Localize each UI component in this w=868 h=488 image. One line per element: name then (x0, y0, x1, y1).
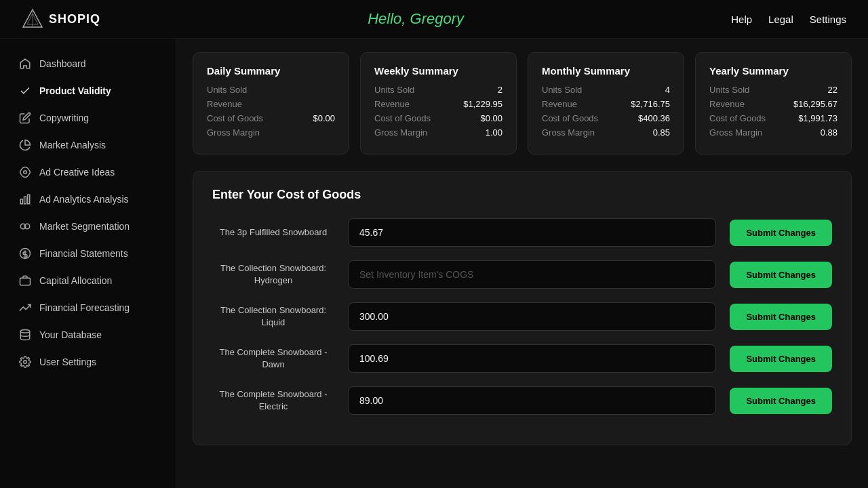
submit-btn-2[interactable]: Submit Changes (730, 304, 832, 330)
sidebar-item-market-segmentation[interactable]: Market Segmentation (5, 214, 170, 239)
card-daily: Daily Summary Units Sold Revenue Cost of… (193, 52, 349, 155)
chart-pie-icon (19, 139, 31, 151)
sidebar-label-market-segmentation: Market Segmentation (39, 221, 130, 232)
card-monthly-value-2: $400.36 (638, 113, 670, 123)
card-weekly-label-2: Cost of Goods (374, 113, 431, 123)
card-daily-row-0: Units Sold (207, 85, 335, 95)
cog-input-0[interactable] (348, 218, 716, 247)
card-yearly-label-3: Gross Margin (709, 127, 762, 138)
card-yearly-value-3: 0.88 (821, 127, 837, 138)
help-link[interactable]: Help (731, 14, 752, 25)
cog-panel-title: Enter Your Cost of Goods (212, 188, 832, 202)
card-daily-row-1: Revenue (207, 99, 335, 109)
card-yearly-row-2: Cost of Goods $1,991.73 (709, 113, 837, 123)
card-yearly-value-1: $16,295.67 (793, 99, 837, 109)
card-monthly-row-3: Gross Margin 0.85 (542, 127, 670, 138)
logo-icon (22, 8, 43, 30)
greeting: Hello, Gregory (368, 10, 464, 28)
rocket-icon (19, 166, 31, 178)
bar-chart-icon (19, 193, 31, 205)
sidebar-label-user-settings: User Settings (39, 357, 96, 367)
sidebar-item-ad-analytics[interactable]: Ad Analytics Analysis (5, 186, 170, 212)
card-yearly-label-0: Units Sold (709, 85, 749, 95)
card-daily-row-3: Gross Margin (207, 127, 335, 138)
briefcase-icon (19, 274, 31, 287)
sidebar-item-product-validity[interactable]: Product Validity (5, 78, 170, 104)
svg-point-3 (24, 171, 27, 174)
check-icon (19, 85, 31, 97)
sidebar-item-dashboard[interactable]: Dashboard (5, 51, 170, 77)
cog-row: The Collection Snowboard: LiquidSubmit C… (212, 302, 832, 331)
card-daily-title: Daily Summary (207, 65, 335, 77)
cog-input-4[interactable] (348, 386, 716, 415)
card-monthly-row-0: Units Sold 4 (542, 85, 670, 95)
cog-row: The Complete Snowboard - DawnSubmit Chan… (212, 344, 832, 373)
sidebar-label-ad-analytics: Ad Analytics Analysis (39, 194, 129, 205)
card-weekly-value-1: $1,229.95 (463, 99, 502, 109)
sidebar-item-ad-creative-ideas[interactable]: Ad Creative Ideas (5, 159, 170, 185)
main-content: Daily Summary Units Sold Revenue Cost of… (176, 39, 868, 488)
card-monthly-label-0: Units Sold (542, 85, 582, 95)
submit-btn-3[interactable]: Submit Changes (730, 346, 832, 372)
submit-btn-1[interactable]: Submit Changes (730, 262, 832, 288)
card-weekly-label-3: Gross Margin (374, 127, 427, 138)
card-monthly-value-1: $2,716.75 (631, 99, 670, 109)
cog-product-name-0: The 3p Fulfilled Snowboard (212, 226, 334, 239)
sidebar-item-financial-forecasting[interactable]: Financial Forecasting (5, 295, 170, 321)
card-monthly-value-3: 0.85 (653, 127, 670, 138)
cog-rows-container: The 3p Fulfilled SnowboardSubmit Changes… (212, 218, 832, 415)
summary-cards: Daily Summary Units Sold Revenue Cost of… (193, 52, 852, 155)
card-weekly-label-0: Units Sold (374, 85, 414, 95)
sidebar-label-market-analysis: Market Analysis (39, 140, 106, 150)
card-yearly-value-2: $1,991.73 (798, 113, 837, 123)
card-weekly-row-0: Units Sold 2 (374, 85, 502, 95)
cog-product-name-3: The Complete Snowboard - Dawn (212, 346, 334, 371)
legal-link[interactable]: Legal (768, 14, 793, 25)
trending-icon (19, 302, 31, 314)
logo: SHOPIQ (22, 8, 100, 30)
card-daily-row-2: Cost of Goods $0.00 (207, 113, 335, 123)
circles-icon (19, 220, 31, 232)
card-yearly-row-3: Gross Margin 0.88 (709, 127, 837, 138)
gear-icon (19, 356, 31, 368)
sidebar-label-copywriting: Copywriting (39, 113, 89, 123)
sidebar-label-your-database: Your Database (39, 329, 102, 340)
app-name: SHOPIQ (49, 12, 100, 26)
card-monthly-value-0: 4 (665, 85, 670, 95)
card-yearly: Yearly Summary Units Sold 22 Revenue $16… (695, 52, 852, 155)
sidebar: Dashboard Product Validity Copywriting M… (0, 39, 176, 488)
svg-rect-11 (20, 278, 31, 285)
card-weekly: Weekly Summary Units Sold 2 Revenue $1,2… (360, 52, 517, 155)
cog-row: The Complete Snowboard - ElectricSubmit … (212, 386, 832, 415)
settings-link[interactable]: Settings (810, 14, 846, 25)
card-daily-label-1: Revenue (207, 99, 242, 109)
card-yearly-label-2: Cost of Goods (709, 113, 766, 123)
sidebar-label-financial-forecasting: Financial Forecasting (39, 302, 130, 313)
cog-input-2[interactable] (348, 302, 716, 331)
cog-product-name-2: The Collection Snowboard: Liquid (212, 304, 334, 329)
cog-input-3[interactable] (348, 344, 716, 373)
sidebar-item-capital-allocation[interactable]: Capital Allocation (5, 268, 170, 293)
sidebar-item-your-database[interactable]: Your Database (5, 322, 170, 348)
card-weekly-row-2: Cost of Goods $0.00 (374, 113, 502, 123)
sidebar-item-copywriting[interactable]: Copywriting (5, 105, 170, 131)
card-monthly-label-1: Revenue (542, 99, 577, 109)
card-monthly-row-2: Cost of Goods $400.36 (542, 113, 670, 123)
card-daily-value-2: $0.00 (313, 113, 335, 123)
cog-input-1[interactable] (348, 260, 716, 289)
cog-row: The 3p Fulfilled SnowboardSubmit Changes (212, 218, 832, 247)
card-weekly-value-0: 2 (498, 85, 502, 95)
card-daily-label-3: Gross Margin (207, 127, 260, 138)
svg-rect-4 (20, 199, 22, 204)
sidebar-label-product-validity: Product Validity (39, 85, 111, 96)
svg-point-12 (20, 330, 30, 333)
cog-row: The Collection Snowboard: HydrogenSubmit… (212, 260, 832, 289)
submit-btn-4[interactable]: Submit Changes (730, 388, 832, 414)
sidebar-item-user-settings[interactable]: User Settings (5, 349, 170, 375)
submit-btn-0[interactable]: Submit Changes (730, 220, 832, 246)
card-monthly-label-3: Gross Margin (542, 127, 595, 138)
card-weekly-value-3: 1.00 (486, 127, 502, 138)
sidebar-item-market-analysis[interactable]: Market Analysis (5, 132, 170, 158)
sidebar-item-financial-statements[interactable]: Financial Statements (5, 241, 170, 266)
pencil-icon (19, 112, 31, 124)
